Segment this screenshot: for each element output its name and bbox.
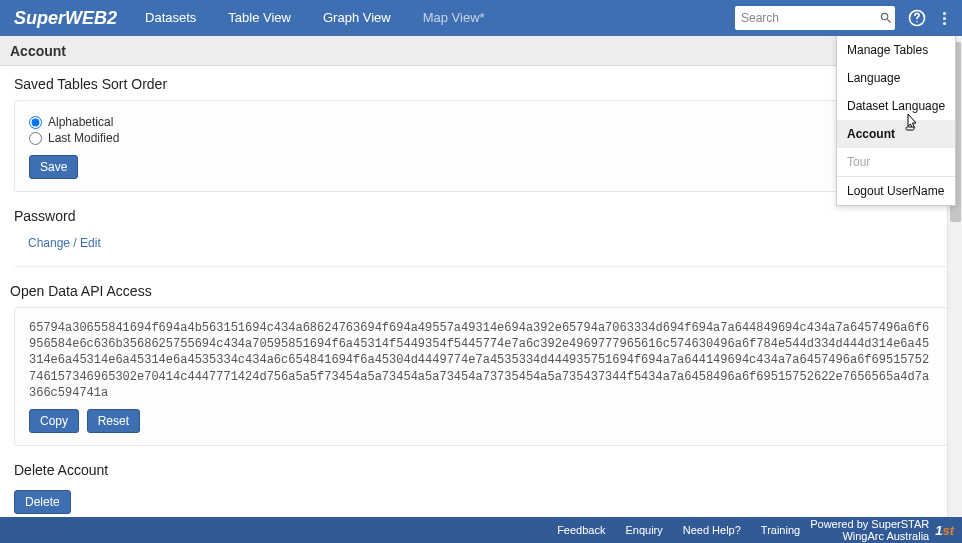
radio-alphabetical-label: Alphabetical (48, 115, 113, 129)
sort-order-title: Saved Tables Sort Order (14, 76, 948, 92)
reset-button[interactable]: Reset (87, 409, 140, 433)
radio-last-modified-label: Last Modified (48, 131, 119, 145)
nav-map-view: Map View* (407, 0, 501, 36)
page-title: Account (0, 36, 962, 66)
footer-feedback[interactable]: Feedback (557, 524, 605, 536)
save-button[interactable]: Save (29, 155, 78, 179)
menu-tour: Tour (837, 148, 955, 176)
footer-need-help[interactable]: Need Help? (683, 524, 741, 536)
nav-graph-view[interactable]: Graph View (307, 0, 407, 36)
search-input[interactable] (741, 11, 875, 25)
wingarc-logo-icon: 1st (935, 523, 954, 538)
nav-datasets[interactable]: Datasets (129, 0, 212, 36)
menu-account[interactable]: Account (837, 120, 955, 148)
menu-logout[interactable]: Logout UserName (837, 177, 955, 205)
svg-point-1 (916, 21, 917, 22)
radio-alphabetical-input[interactable] (29, 116, 42, 129)
radio-last-modified-input[interactable] (29, 132, 42, 145)
api-access-title: Open Data API Access (10, 283, 948, 299)
api-key-value: 65794a30655841694f694a4b563151694c434a68… (29, 320, 933, 401)
menu-dataset-language[interactable]: Dataset Language (837, 92, 955, 120)
delete-button[interactable]: Delete (14, 490, 71, 514)
radio-last-modified[interactable]: Last Modified (29, 131, 933, 145)
search-box[interactable] (735, 6, 895, 30)
change-password-link[interactable]: Change / Edit (28, 232, 101, 254)
menu-language[interactable]: Language (837, 64, 955, 92)
app-brand: SuperWEB2 (8, 8, 129, 29)
radio-alphabetical[interactable]: Alphabetical (29, 115, 933, 129)
footer-training[interactable]: Training (761, 524, 800, 536)
help-icon[interactable] (907, 8, 927, 28)
copy-button[interactable]: Copy (29, 409, 79, 433)
menu-manage-tables[interactable]: Manage Tables (837, 36, 955, 64)
footer-enquiry[interactable]: Enquiry (625, 524, 662, 536)
delete-account-title: Delete Account (14, 462, 948, 478)
account-dropdown: Manage Tables Language Dataset Language … (836, 36, 956, 206)
password-title: Password (14, 208, 948, 224)
menu-kebab-icon[interactable] (935, 6, 954, 30)
nav-table-view[interactable]: Table View (212, 0, 307, 36)
search-icon[interactable] (879, 10, 893, 26)
footer-powered: Powered by SuperSTAR WingArc Australia (810, 518, 929, 542)
